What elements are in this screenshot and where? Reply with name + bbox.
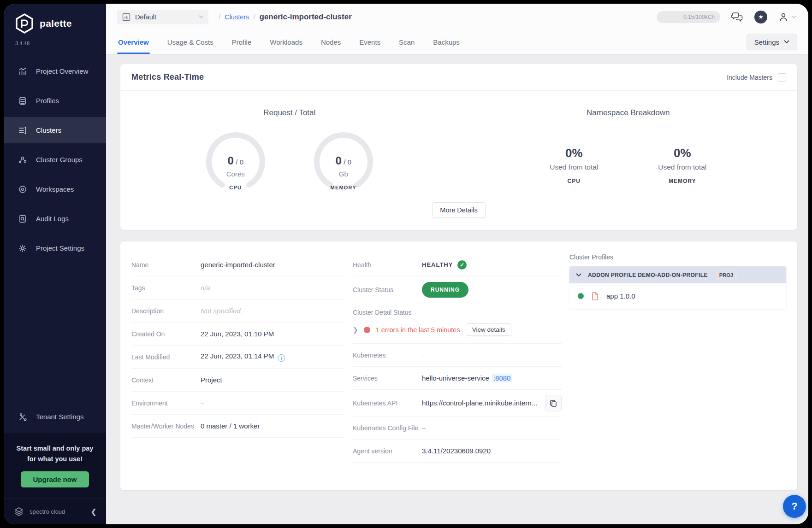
more-details-button[interactable]: More Details — [432, 202, 485, 218]
last-modified-value: 22 Jun, 2023, 01:14 PM — [201, 352, 274, 360]
memory-gauge: 0 / 0 Gb MEMORY — [309, 130, 378, 194]
gauge-total: 0 — [348, 158, 351, 166]
details-left-column: Name generic-imported-cluster Tags n/a D… — [131, 253, 345, 472]
detail-value: hello-universe-service:8080 — [422, 374, 512, 382]
bar-chart-icon — [18, 66, 28, 76]
palette-hexagon-icon — [14, 13, 35, 34]
detail-label: Created On — [131, 330, 201, 338]
sidebar-item-label: Project Overview — [36, 67, 88, 75]
metrics-card-header: Metrics Real-Time Include Masters — [120, 64, 797, 91]
request-total-section: Request / Total 0 / 0 Cores — [120, 91, 459, 194]
breadcrumb-separator: / — [219, 13, 220, 21]
settings-button[interactable]: Settings — [747, 34, 797, 50]
tab-events[interactable]: Events — [358, 30, 381, 54]
detail-label: Agent version — [353, 447, 422, 455]
tab-backups[interactable]: Backups — [432, 30, 461, 54]
collapse-sidebar-icon[interactable]: ❮ — [91, 507, 97, 516]
detail-value: n/a — [201, 284, 210, 292]
sidebar-item-project-settings[interactable]: Project Settings — [4, 235, 106, 261]
tab-usage-costs[interactable]: Usage & Costs — [166, 30, 214, 54]
chat-button[interactable] — [731, 12, 743, 22]
promo-text-line1: Start small and only pay — [10, 443, 100, 453]
gauge-separator: / — [236, 158, 239, 166]
topbar: Default / Clusters / generic-imported-cl… — [106, 4, 808, 30]
detail-value: 22 Jun, 2023, 01:14 PMi — [201, 352, 285, 362]
gear-icon — [18, 243, 28, 253]
chevron-down-icon — [784, 40, 789, 44]
pack-status-dot — [578, 293, 584, 299]
api-url: https://control-plane.minikube.intern... — [422, 399, 537, 407]
project-selector[interactable]: Default — [117, 10, 208, 24]
topbar-right: 0.15/100kCh ★ — [657, 11, 796, 23]
project-selector-value: Default — [135, 13, 195, 21]
settings-button-label: Settings — [754, 38, 779, 46]
cluster-profiles-column: Cluster Profiles ADDON PROFILE DEMO-ADD-… — [569, 253, 786, 472]
sidebar-item-audit-logs[interactable]: Audit Logs — [4, 205, 106, 232]
sidebar-item-label: Clusters — [36, 126, 61, 134]
breadcrumb-clusters-link[interactable]: Clusters — [225, 13, 249, 21]
upgrade-now-button[interactable]: Upgrade now — [21, 471, 89, 487]
breadcrumb-current: generic-imported-cluster — [260, 12, 352, 22]
promo-text-line2: for what you use! — [10, 454, 100, 464]
health-text: HEALTHY — [422, 261, 453, 268]
brand-logo[interactable]: palette — [4, 4, 106, 34]
check-circle-icon: ✓ — [457, 260, 467, 270]
sidebar-item-workspaces[interactable]: Workspaces — [4, 176, 106, 202]
detail-row-services: Services hello-universe-service:8080 — [353, 367, 562, 390]
help-button[interactable]: ? — [783, 495, 806, 518]
breadcrumb: / Clusters / generic-imported-cluster — [219, 12, 352, 22]
content: Metrics Real-Time Include Masters Reques… — [106, 54, 808, 524]
sidebar-item-tenant-settings[interactable]: Tenant Settings — [4, 404, 106, 430]
header: Default / Clusters / generic-imported-cl… — [106, 4, 808, 54]
detail-label: Kubernetes — [353, 352, 422, 359]
tab-nodes[interactable]: Nodes — [320, 30, 342, 54]
include-masters-checkbox[interactable] — [778, 73, 786, 82]
sidebar-item-label: Audit Logs — [36, 215, 69, 223]
detail-label: Health — [353, 261, 422, 269]
expand-chevron-icon[interactable]: ❯ — [353, 326, 358, 334]
include-masters-label: Include Masters — [727, 74, 772, 81]
tab-profile[interactable]: Profile — [231, 30, 253, 54]
user-menu[interactable] — [778, 12, 796, 22]
sidebar-item-project-overview[interactable]: Project Overview — [4, 58, 106, 84]
detail-value: generic-imported-cluster — [201, 261, 275, 269]
whats-new-button[interactable]: ★ — [754, 11, 767, 23]
service-name: hello-universe-service — [422, 374, 489, 382]
manifest-file-icon — [591, 292, 599, 301]
detail-row-kubernetes: Kubernetes – — [353, 344, 562, 367]
cluster-profile-header[interactable]: ADDON PROFILE DEMO-ADD-ON-PROFILE PROJ — [569, 266, 786, 283]
info-icon[interactable]: i — [278, 354, 285, 362]
sidebar-item-cluster-groups[interactable]: Cluster Groups — [4, 147, 106, 173]
memory-caption: MEMORY — [651, 178, 713, 184]
chevron-down-icon — [576, 273, 581, 277]
sidebar-item-profiles[interactable]: Profiles — [4, 88, 106, 114]
health-value: HEALTHY ✓ — [422, 260, 467, 270]
detail-row-config-file: Kubernetes Config File – — [353, 417, 562, 440]
tab-overview[interactable]: Overview — [117, 30, 150, 54]
tab-scan[interactable]: Scan — [398, 30, 415, 54]
memory-percent: 0% — [651, 146, 713, 160]
detail-value: – — [422, 424, 426, 432]
cpu-gauge: 0 / 0 Cores CPU — [201, 130, 270, 194]
tab-workloads[interactable]: Workloads — [269, 30, 303, 54]
sidebar-item-clusters[interactable]: Clusters — [4, 117, 106, 143]
detail-value: 0 master / 1 worker — [201, 422, 260, 430]
gauge-used: 0 — [228, 154, 234, 167]
cluster-detail-status: Cluster Detail Status ❯ 1 errors in the … — [353, 303, 562, 344]
brand-name: palette — [40, 18, 72, 29]
chat-bubbles-icon — [731, 12, 743, 22]
database-icon — [18, 96, 28, 106]
detail-value: 3.4.11/20230609.0920 — [422, 447, 491, 455]
detail-row-agent-version: Agent version 3.4.11/20230609.0920 — [353, 440, 562, 463]
profile-pack-row[interactable]: app 1.0.0 — [569, 283, 786, 309]
cpu-percent-label: Used from total — [543, 163, 605, 171]
cluster-tabs: Overview Usage & Costs Profile Workloads… — [106, 30, 808, 54]
copy-button[interactable] — [545, 395, 562, 411]
view-details-button[interactable]: View details — [466, 323, 512, 336]
sidebar: palette 3.4.48 Project Overview Profiles — [4, 4, 106, 524]
detail-label: Environment — [131, 399, 201, 407]
copy-icon — [550, 399, 557, 407]
detail-label: Kubernetes Config File — [353, 424, 422, 432]
detail-row-nodes: Master/Worker Nodes 0 master / 1 worker — [131, 415, 345, 438]
service-port-link[interactable]: :8080 — [492, 374, 512, 382]
